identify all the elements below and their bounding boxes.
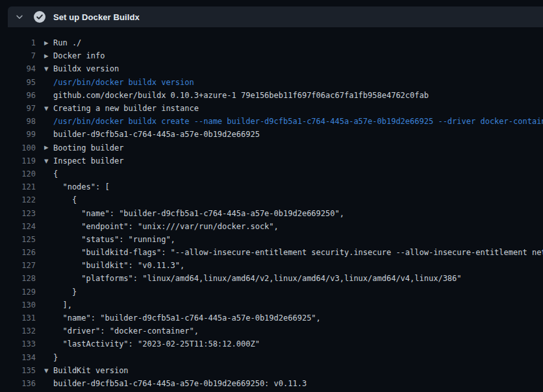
- log-viewer: 1 ▶ Run ./ 7 ▶ Docker info 94 ▼ Buildx v…: [0, 27, 543, 392]
- line-number[interactable]: 124: [0, 222, 36, 231]
- line-number[interactable]: 99: [0, 130, 36, 139]
- log-text: "name": "builder-d9cfb5a1-c764-445a-a57e…: [53, 209, 543, 218]
- line-number[interactable]: 7: [0, 51, 36, 60]
- line-number[interactable]: 129: [0, 288, 36, 297]
- log-line: 125 "status": "running",: [0, 233, 543, 246]
- log-line[interactable]: 1 ▶ Run ./: [0, 36, 543, 49]
- log-line: 130 ],: [0, 299, 543, 312]
- group-toggle-icon[interactable]: ▼: [44, 368, 53, 374]
- log-text: BuildKit version: [53, 366, 543, 375]
- line-number[interactable]: 127: [0, 261, 36, 270]
- log-line: 132 "driver": "docker-container",: [0, 325, 543, 337]
- log-text: "platforms": "linux/amd64,linux/amd64/v2…: [53, 274, 543, 283]
- check-circle-icon: [33, 10, 46, 23]
- log-line: 127 "buildkit": "v0.11.3",: [0, 259, 543, 272]
- log-text: builder-d9cfb5a1-c764-445a-a57e-0b19d2e6…: [53, 379, 543, 388]
- collapse-step-button[interactable]: [12, 9, 27, 25]
- step-header[interactable]: Set up Docker Buildx: [8, 6, 543, 27]
- log-text: builder-d9cfb5a1-c764-445a-a57e-0b19d2e6…: [53, 130, 543, 139]
- line-number[interactable]: 94: [0, 64, 36, 73]
- line-number[interactable]: 121: [0, 182, 36, 191]
- log-text: "buildkit": "v0.11.3",: [53, 261, 543, 270]
- log-text: }: [53, 288, 543, 297]
- log-text: "lastActivity": "2023-02-25T11:58:12.000…: [53, 339, 543, 349]
- log-line[interactable]: 7 ▶ Docker info: [0, 49, 543, 62]
- log-text: /usr/bin/docker buildx create --name bui…: [53, 117, 543, 126]
- log-line[interactable]: 135 ▼ BuildKit version: [0, 364, 543, 377]
- line-number[interactable]: 95: [0, 78, 36, 87]
- log-line: 95 /usr/bin/docker buildx version: [0, 76, 543, 89]
- log-line: 98 /usr/bin/docker buildx create --name …: [0, 115, 543, 128]
- line-number[interactable]: 100: [0, 143, 36, 153]
- line-number[interactable]: 126: [0, 248, 36, 257]
- group-toggle-icon[interactable]: ▶: [44, 40, 53, 46]
- log-line: 131 "name": "builder-d9cfb5a1-c764-445a-…: [0, 312, 543, 325]
- line-number[interactable]: 120: [0, 169, 36, 178]
- log-line: 121 "nodes": [: [0, 180, 543, 193]
- log-line: 126 "buildkitd-flags": "--allow-insecure…: [0, 246, 543, 259]
- log-text: }: [53, 353, 543, 362]
- group-toggle-icon[interactable]: ▶: [44, 145, 53, 151]
- log-text: "nodes": [: [53, 182, 543, 191]
- line-number[interactable]: 130: [0, 300, 36, 310]
- line-number[interactable]: 1: [0, 38, 36, 47]
- log-line[interactable]: 94 ▼ Buildx version: [0, 62, 543, 75]
- log-text: "driver": "docker-container",: [53, 326, 543, 336]
- log-text: ],: [53, 300, 543, 310]
- log-text: "buildkitd-flags": "--allow-insecure-ent…: [53, 248, 543, 257]
- log-line: 120 {: [0, 167, 543, 180]
- log-text: {: [53, 195, 543, 204]
- group-toggle-icon[interactable]: ▼: [44, 66, 53, 72]
- log-line: 124 "endpoint": "unix:///var/run/docker.…: [0, 220, 543, 233]
- log-line: 123 "name": "builder-d9cfb5a1-c764-445a-…: [0, 206, 543, 219]
- log-text: Booting builder: [53, 143, 543, 153]
- log-line[interactable]: 100 ▶ Booting builder: [0, 141, 543, 154]
- log-line: 99 builder-d9cfb5a1-c764-445a-a57e-0b19d…: [0, 128, 543, 141]
- log-text: github.com/docker/buildx 0.10.3+azure-1 …: [53, 91, 543, 100]
- log-line: 134 }: [0, 351, 543, 364]
- step-title: Set up Docker Buildx: [53, 12, 140, 22]
- chevron-down-icon: [15, 12, 24, 21]
- log-line: 133 "lastActivity": "2023-02-25T11:58:12…: [0, 337, 543, 350]
- log-line: 128 "platforms": "linux/amd64,linux/amd6…: [0, 272, 543, 285]
- line-number[interactable]: 132: [0, 326, 36, 336]
- line-number[interactable]: 135: [0, 366, 36, 375]
- log-text: Creating a new builder instance: [53, 104, 543, 113]
- line-number[interactable]: 98: [0, 117, 36, 126]
- log-text: /usr/bin/docker buildx version: [53, 78, 543, 87]
- group-toggle-icon[interactable]: ▶: [44, 53, 53, 59]
- log-text: "status": "running",: [53, 235, 543, 244]
- log-line: 96 github.com/docker/buildx 0.10.3+azure…: [0, 89, 543, 102]
- log-line: 122 {: [0, 193, 543, 206]
- line-number[interactable]: 96: [0, 91, 36, 100]
- group-toggle-icon[interactable]: ▼: [44, 158, 53, 164]
- log-line: 136 builder-d9cfb5a1-c764-445a-a57e-0b19…: [0, 377, 543, 390]
- line-number[interactable]: 122: [0, 195, 36, 204]
- log-text: Run ./: [53, 38, 543, 47]
- line-number[interactable]: 128: [0, 274, 36, 283]
- log-text: {: [53, 169, 543, 178]
- log-text: "endpoint": "unix:///var/run/docker.sock…: [53, 222, 543, 231]
- log-line[interactable]: 97 ▼ Creating a new builder instance: [0, 102, 543, 115]
- line-number[interactable]: 133: [0, 339, 36, 349]
- log-line: 129 }: [0, 286, 543, 299]
- log-text: "name": "builder-d9cfb5a1-c764-445a-a57e…: [53, 313, 543, 323]
- log-text: Inspect builder: [53, 156, 543, 165]
- line-number[interactable]: 136: [0, 379, 36, 388]
- log-line[interactable]: 119 ▼ Inspect builder: [0, 154, 543, 167]
- line-number[interactable]: 131: [0, 313, 36, 323]
- line-number[interactable]: 125: [0, 235, 36, 244]
- group-toggle-icon[interactable]: ▼: [44, 106, 53, 112]
- line-number[interactable]: 134: [0, 353, 36, 362]
- line-number[interactable]: 123: [0, 209, 36, 218]
- line-number[interactable]: 97: [0, 104, 36, 113]
- log-text: Buildx version: [53, 64, 543, 73]
- line-number[interactable]: 119: [0, 156, 36, 165]
- log-text: Docker info: [53, 51, 543, 60]
